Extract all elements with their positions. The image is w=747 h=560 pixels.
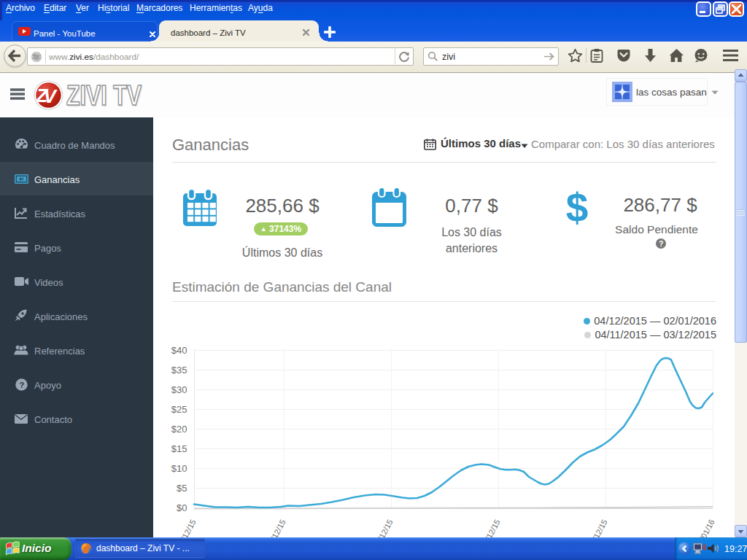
svg-text:V: V (44, 85, 58, 107)
svg-text:15/12/15: 15/12/15 (372, 518, 395, 537)
svg-text:$5: $5 (177, 483, 187, 494)
svg-text:04/12/15: 04/12/15 (175, 518, 198, 537)
svg-text:02/01/16: 02/01/16 (694, 518, 716, 537)
svg-text:21/12/15: 21/12/15 (479, 518, 502, 537)
svg-text:$30: $30 (171, 384, 187, 395)
svg-text:$: $ (20, 176, 23, 182)
svg-text:27/12/15: 27/12/15 (587, 518, 609, 537)
svg-text:$40: $40 (171, 345, 187, 356)
svg-text:$10: $10 (171, 463, 187, 474)
svg-text:?: ? (20, 381, 25, 389)
svg-text:$20: $20 (171, 424, 187, 435)
svg-text:?: ? (659, 240, 663, 248)
svg-text:$0: $0 (177, 502, 187, 513)
svg-text:$25: $25 (171, 404, 187, 415)
svg-text:09/12/15: 09/12/15 (265, 518, 287, 537)
svg-text:$15: $15 (171, 443, 187, 454)
svg-text:$35: $35 (171, 365, 187, 376)
